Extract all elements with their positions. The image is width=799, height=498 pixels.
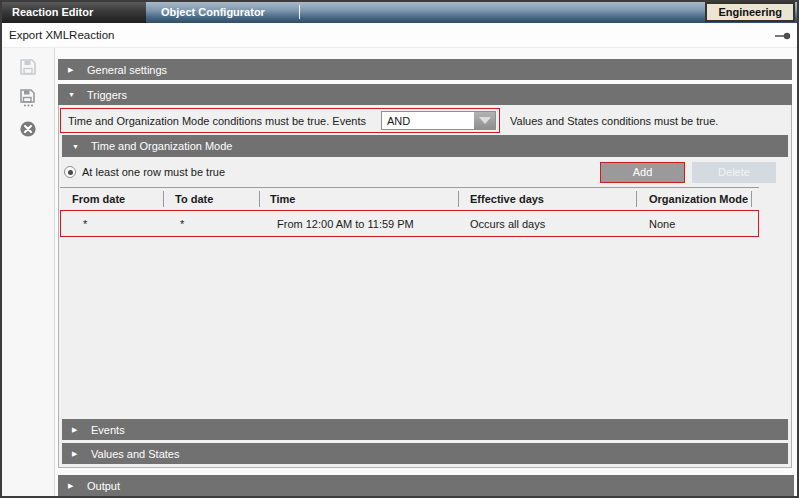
- column-header-organization-mode[interactable]: Organization Mode: [637, 191, 752, 207]
- condition-suffix-text: Values and States conditions must be tru…: [510, 115, 718, 127]
- cancel-icon[interactable]: [18, 119, 38, 139]
- subsection-events[interactable]: ▶ Events: [62, 419, 788, 440]
- cell-to-date: *: [164, 218, 260, 230]
- subsection-events-label: Events: [91, 424, 125, 436]
- tab-object-configurator[interactable]: Object Configurator: [146, 2, 797, 23]
- condition-prefix-text: Time and Organization Mode conditions mu…: [68, 115, 366, 127]
- section-output[interactable]: ▶ Output: [58, 475, 794, 496]
- subsection-values-and-states[interactable]: ▶ Values and States: [62, 443, 788, 464]
- table-row[interactable]: * * From 12:00 AM to 11:59 PM Occurs all…: [60, 210, 759, 237]
- section-collapsed-icon: ▶: [72, 450, 81, 458]
- subsection-values-and-states-label: Values and States: [91, 448, 179, 460]
- at-least-one-row-radio[interactable]: [64, 166, 76, 178]
- events-operator-dropdown[interactable]: AND: [381, 111, 496, 130]
- column-header-time[interactable]: Time: [260, 191, 459, 207]
- pin-icon[interactable]: [775, 31, 791, 43]
- chevron-down-icon: [479, 117, 491, 124]
- subsection-time-org-mode[interactable]: ▼ Time and Organization Mode: [62, 135, 788, 157]
- cell-effective-days: Occurs all days: [459, 218, 637, 230]
- subsection-time-org-mode-label: Time and Organization Mode: [91, 140, 232, 152]
- main-panel: ▶ General settings ▼ Triggers Time and O…: [56, 48, 797, 496]
- top-tab-bar: Reaction Editor Object Configurator Engi…: [2, 2, 797, 23]
- condition-row: Time and Organization Mode conditions mu…: [60, 108, 788, 133]
- section-triggers[interactable]: ▼ Triggers: [58, 84, 792, 105]
- editor-toolbar: Export XMLReaction: [2, 23, 797, 48]
- section-general-settings-label: General settings: [87, 64, 167, 76]
- dropdown-button[interactable]: [474, 112, 495, 129]
- tab-reaction-editor[interactable]: Reaction Editor: [2, 2, 146, 23]
- delete-button[interactable]: Delete: [692, 162, 776, 183]
- column-header-to-date[interactable]: To date: [164, 191, 260, 207]
- triggers-content: Time and Organization Mode conditions mu…: [58, 105, 792, 468]
- reaction-editor-window: Reaction Editor Object Configurator Engi…: [0, 0, 799, 498]
- section-expanded-icon: ▼: [72, 143, 81, 150]
- events-operator-value: AND: [382, 115, 474, 127]
- add-button[interactable]: Add: [600, 162, 685, 183]
- page-title: Export XMLReaction: [9, 23, 114, 48]
- time-org-options-row: At least one row must be true Add Delete: [62, 160, 776, 184]
- section-collapsed-icon: ▶: [68, 482, 77, 490]
- section-general-settings[interactable]: ▶ General settings: [58, 59, 792, 80]
- column-header-from-date[interactable]: From date: [60, 191, 164, 207]
- save-icon[interactable]: [18, 57, 38, 77]
- section-collapsed-icon: ▶: [68, 66, 77, 74]
- save-as-icon[interactable]: [18, 88, 38, 108]
- condition-highlight-box: Time and Organization Mode conditions mu…: [60, 108, 500, 133]
- cell-organization-mode: None: [637, 218, 752, 230]
- time-org-table: From date To date Time Effective days Or…: [60, 187, 759, 237]
- empty-area: [59, 237, 791, 419]
- section-output-label: Output: [87, 480, 120, 492]
- at-least-one-row-label: At least one row must be true: [82, 166, 225, 178]
- tab-object-configurator-label: Object Configurator: [146, 2, 265, 23]
- cell-time: From 12:00 AM to 11:59 PM: [260, 218, 459, 230]
- section-expanded-icon: ▼: [68, 91, 77, 98]
- left-toolbar: [2, 48, 55, 496]
- section-collapsed-icon: ▶: [72, 426, 81, 434]
- section-triggers-label: Triggers: [87, 89, 127, 101]
- tab-separator: [299, 5, 300, 19]
- cell-from-date: *: [61, 218, 164, 230]
- tab-engineering[interactable]: Engineering: [705, 2, 795, 22]
- column-header-effective-days[interactable]: Effective days: [459, 191, 637, 207]
- table-header-row: From date To date Time Effective days Or…: [60, 187, 759, 210]
